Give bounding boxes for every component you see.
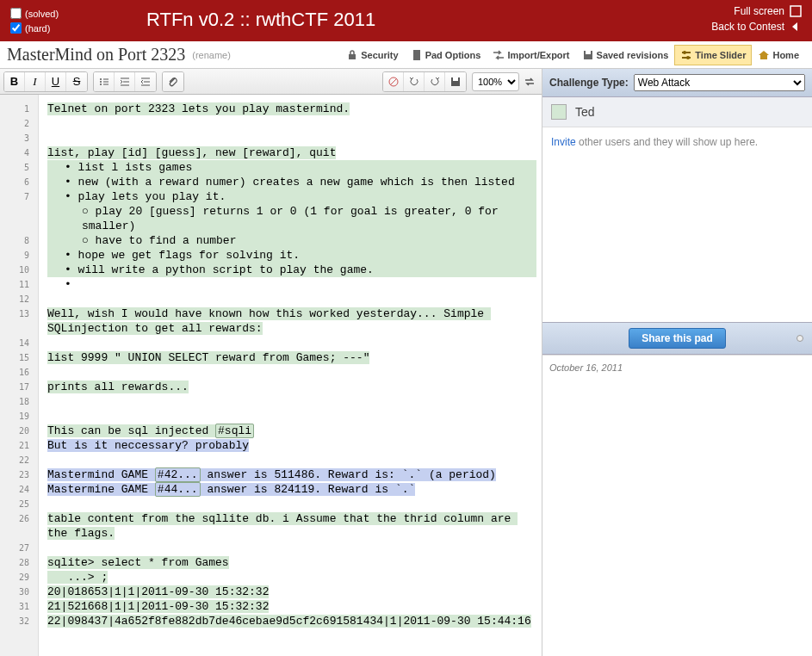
save-rev-button[interactable] (445, 72, 466, 91)
zoom-select[interactable]: 100% (472, 72, 519, 91)
italic-button[interactable]: I (25, 72, 46, 91)
editor-line[interactable] (47, 365, 536, 380)
editor-line[interactable]: Mastermine GAME #44... answer is 824119.… (47, 482, 536, 497)
editor-line[interactable]: have to find a number (47, 233, 536, 248)
editor-toolbar: B I U S 100% (0, 69, 542, 95)
editor-line[interactable]: list l ists games (47, 160, 536, 175)
challenge-type-label: Challenge Type: (549, 77, 629, 89)
editor-column: B I U S 100% (0, 69, 542, 656)
pad-title: MasterMind on Port 2323 (7, 45, 185, 65)
undo-button[interactable] (404, 72, 425, 91)
editor-line[interactable] (47, 131, 536, 145)
redo-button[interactable] (425, 72, 445, 91)
security-button[interactable]: Security (340, 45, 404, 65)
editor-line[interactable]: prints all rewards... (47, 380, 536, 394)
invite-row: Invite other users and they will show up… (542, 127, 812, 157)
invite-link[interactable]: Invite (551, 136, 576, 148)
outdent-button[interactable] (135, 72, 156, 91)
editor-line[interactable]: 20|018653|1|1|2011-09-30 15:32:32 (47, 585, 536, 599)
app-title: RTFn v0.2 :: rwthCTF 2011 (146, 9, 375, 31)
fullscreen-button[interactable]: Full screen (711, 5, 802, 17)
svg-point-5 (683, 51, 686, 54)
home-icon (758, 49, 770, 61)
editor-line[interactable] (47, 336, 536, 350)
editor-line[interactable]: Mastermind GAME #42... answer is 511486.… (47, 467, 536, 482)
redo-icon (429, 76, 441, 88)
fullscreen-icon (790, 5, 802, 17)
editor-content[interactable]: Telnet on port 2323 lets you play master… (39, 95, 542, 656)
topbar-checkboxes: (solved) (hard) (10, 8, 59, 34)
main-area: B I U S 100% (0, 69, 812, 656)
editor-line[interactable] (47, 277, 536, 292)
editor-line[interactable]: This can be sql injected #sqli (47, 424, 536, 438)
back-to-contest-button[interactable]: Back to Contest (711, 21, 802, 33)
document-icon (411, 49, 423, 61)
editor-line[interactable]: 22|098437|4a652f8fe882db7de46cebae9d5cf2… (47, 614, 536, 628)
time-slider-button[interactable]: Time Slider (674, 45, 752, 65)
slider-icon (680, 49, 692, 61)
clear-colors-button[interactable] (383, 72, 404, 91)
editor-line[interactable] (47, 409, 536, 424)
top-bar: (solved) (hard) RTFn v0.2 :: rwthCTF 201… (0, 0, 812, 41)
attach-button[interactable] (163, 72, 183, 91)
solved-checkbox[interactable] (10, 8, 22, 19)
paperclip-icon (167, 76, 179, 88)
editor-line[interactable]: list 9999 " UNION SELECT reward from Gam… (47, 350, 536, 365)
disk-icon (449, 76, 462, 88)
editor-line[interactable] (47, 541, 536, 555)
pad-options-button[interactable]: Pad Options (405, 45, 487, 65)
editor-line[interactable]: ...> ; (47, 570, 536, 585)
hard-checkbox[interactable] (10, 22, 22, 34)
undo-icon (408, 76, 420, 88)
bold-button[interactable]: B (4, 72, 25, 91)
editor-line[interactable]: Well, wish I would have known how this w… (47, 306, 536, 336)
underline-button[interactable]: U (46, 72, 66, 91)
strike-button[interactable]: S (66, 72, 87, 91)
hard-label: (hard) (25, 23, 50, 34)
editor-line[interactable] (47, 497, 536, 511)
outdent-icon (139, 76, 152, 88)
challenge-type-select[interactable]: Web Attack (634, 74, 805, 91)
import-export-button[interactable]: Import/Export (487, 45, 575, 65)
user-name[interactable]: Ted (575, 105, 595, 119)
editor-line[interactable]: play 20 [guess] returns 1 or 0 (1 for go… (47, 204, 536, 233)
svg-point-7 (100, 78, 102, 80)
editor-line[interactable]: But is it neccessary? probably (47, 438, 536, 453)
svg-point-6 (686, 56, 690, 59)
editor-line[interactable]: list, play [id] [guess], new [reward], q… (47, 145, 536, 160)
svg-rect-0 (790, 6, 801, 16)
lock-icon (346, 49, 358, 61)
editor-line[interactable]: table content from the sqllite db. i Ass… (47, 511, 536, 541)
editor-line[interactable] (47, 394, 536, 409)
save-icon (582, 49, 594, 61)
challenge-type-header: Challenge Type: Web Attack (542, 69, 812, 97)
editor-line[interactable]: sqlite> select * from Games (47, 555, 536, 570)
share-pad-button[interactable]: Share this pad (629, 328, 726, 349)
swap-panels-button[interactable] (521, 72, 538, 91)
svg-point-9 (100, 84, 102, 85)
user-color-swatch[interactable] (551, 104, 567, 120)
solved-checkbox-row[interactable]: (solved) (10, 8, 59, 19)
history-group (382, 71, 467, 92)
line-gutter: 1234567891011121314151617181920212223242… (0, 95, 39, 656)
bullet-list-button[interactable] (94, 72, 115, 91)
saved-revisions-button[interactable]: Saved revisions (576, 45, 675, 65)
editor-line[interactable]: play lets you play it. (47, 189, 536, 204)
indent-button[interactable] (115, 72, 135, 91)
share-toggle-icon[interactable] (797, 335, 803, 342)
editor-line[interactable]: new (with a reward numer) creates a new … (47, 175, 536, 189)
editor-line[interactable]: hope we get flags for solving it. (47, 248, 536, 263)
svg-rect-4 (586, 51, 591, 54)
editor-line[interactable]: Telnet on port 2323 lets you play master… (47, 102, 536, 116)
home-button[interactable]: Home (752, 45, 805, 65)
editor-line[interactable] (47, 292, 536, 306)
svg-rect-1 (349, 54, 356, 59)
editor-line[interactable]: will write a python script to play the g… (47, 263, 536, 277)
hard-checkbox-row[interactable]: (hard) (10, 22, 59, 34)
editor-line[interactable] (47, 116, 536, 131)
editor-line[interactable] (47, 453, 536, 467)
rename-link[interactable]: (rename) (192, 50, 231, 60)
editor-body: 1234567891011121314151617181920212223242… (0, 95, 542, 656)
transfer-icon (493, 49, 505, 61)
editor-line[interactable]: 21|521668|1|1|2011-09-30 15:32:32 (47, 599, 536, 614)
